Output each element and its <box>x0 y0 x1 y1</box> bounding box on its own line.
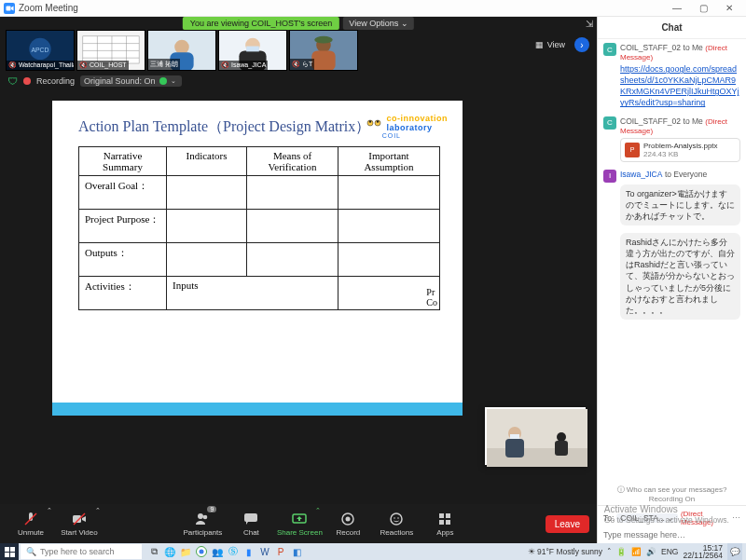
taskbar-pinned: ⧉ 🌐 📁 👥 Ⓢ ▮ W P ◧ <box>144 545 307 558</box>
recording-dot-icon <box>23 77 31 85</box>
apps-icon <box>437 512 452 526</box>
pptx-icon: P <box>625 143 640 157</box>
svg-point-39 <box>203 514 208 519</box>
powerpoint-icon[interactable]: P <box>274 545 287 558</box>
participant-tile[interactable]: 🔇 Isawa_JICA <box>218 30 287 71</box>
mic-muted-icon: 🔇 <box>221 61 229 68</box>
participant-tile[interactable]: 🔇 らT <box>289 30 358 71</box>
chat-link[interactable]: https://docs.google.com/spreadsheets/d/1… <box>620 64 739 107</box>
teams-icon[interactable]: 👥 <box>211 545 224 558</box>
record-button[interactable]: Record <box>325 505 371 542</box>
participant-tile[interactable]: 三浦 拓朗 <box>147 30 216 71</box>
info-icon: ⓘ <box>617 485 625 494</box>
chat-more-icon[interactable]: ⋯ <box>732 513 740 523</box>
participant-tile[interactable]: APCD 🔇 Watcharapol_Thailand <box>6 30 75 71</box>
chevron-down-icon: ⌄ <box>171 77 176 85</box>
coil-logo: co-innovation laboratory <box>365 114 449 132</box>
maximize-button[interactable]: ▢ <box>690 1 716 16</box>
grid-icon: ▦ <box>535 40 544 49</box>
apps-button[interactable]: Apps <box>421 505 468 542</box>
chevron-up-icon[interactable]: ⌃ <box>47 507 52 514</box>
shared-screen: Action Plan Template（Project Design Matr… <box>0 91 597 504</box>
tray-chevron-icon[interactable]: ˄ <box>607 547 612 556</box>
action-center-icon[interactable]: 💬 <box>727 543 742 560</box>
volume-icon[interactable]: 🔊 <box>646 547 656 556</box>
clock[interactable]: 15:17 22/11/2564 <box>683 544 723 560</box>
windows-logo-icon <box>5 547 15 557</box>
exit-fullscreen-icon[interactable]: ⇲ <box>586 19 593 29</box>
svg-rect-47 <box>439 513 444 518</box>
mic-muted-icon <box>23 512 38 526</box>
avatar: C <box>603 43 616 56</box>
view-options-dropdown[interactable]: View Options ⌄ <box>343 17 414 30</box>
minimize-button[interactable]: — <box>664 1 690 16</box>
window-title: Zoom Meeting <box>19 3 78 13</box>
share-screen-button[interactable]: ⌃ Share Screen <box>276 505 323 542</box>
chat-file-attachment[interactable]: P Problem-Analysis.pptx 224.43 KB <box>620 138 740 162</box>
taskbar: 🔍 Type here to search ⧉ 🌐 📁 👥 Ⓢ ▮ W P ◧ … <box>0 543 746 560</box>
search-icon: 🔍 <box>26 547 36 556</box>
gallery-next-button[interactable]: › <box>574 37 589 52</box>
chat-button[interactable]: Chat <box>228 505 274 542</box>
chat-message: I Isawa_JICA to Everyone To organizer>電話… <box>603 170 740 225</box>
chat-input[interactable] <box>603 526 740 540</box>
mic-muted-icon: 🔇 <box>292 61 300 67</box>
chrome-icon[interactable] <box>195 545 208 558</box>
chevron-up-icon[interactable]: ⌃ <box>95 507 101 514</box>
record-icon <box>340 512 355 526</box>
battery-icon[interactable]: 🔋 <box>616 547 627 556</box>
leave-button[interactable]: Leave <box>546 515 589 533</box>
avatar: I <box>603 170 616 183</box>
zoom-logo-icon <box>4 3 15 14</box>
chat-visibility-note[interactable]: ⓘ Who can see your messages? Recording O… <box>598 483 746 505</box>
start-video-button[interactable]: ⌃ Start Video <box>56 505 103 542</box>
coil-logo-icon <box>365 114 383 132</box>
screenshare-banner: You are viewing COIL_HOST's screen <box>183 17 339 30</box>
camera-off-icon <box>72 512 87 526</box>
svg-rect-19 <box>246 47 259 52</box>
zoom-window: Zoom Meeting — ▢ ✕ You are viewing COIL_… <box>0 0 746 543</box>
svg-rect-34 <box>555 441 568 456</box>
explorer-icon[interactable]: 📁 <box>179 545 192 558</box>
svg-rect-53 <box>5 553 9 557</box>
encryption-icon[interactable]: 🛡 <box>7 75 18 87</box>
weather-widget[interactable]: ☀ 91°F Mostly sunny <box>528 547 602 556</box>
svg-rect-51 <box>5 547 9 552</box>
participants-count: 9 <box>207 506 216 512</box>
taskbar-search[interactable]: 🔍 Type here to search <box>21 544 142 559</box>
svg-rect-6 <box>83 36 139 63</box>
mic-muted-icon: 🔇 <box>8 61 17 68</box>
active-speaker-pip[interactable] <box>485 407 586 465</box>
svg-point-45 <box>394 517 396 519</box>
skype-icon[interactable]: Ⓢ <box>227 545 240 558</box>
wifi-icon[interactable]: 📶 <box>631 547 642 556</box>
slide-footer-bar <box>52 403 463 416</box>
view-mode-button[interactable]: ▦ View › <box>535 37 589 52</box>
word-icon[interactable]: W <box>258 545 271 558</box>
chat-header: Chat <box>598 17 746 39</box>
participants-button[interactable]: 9 Participants <box>179 505 226 542</box>
reactions-button[interactable]: Reactions <box>373 505 420 542</box>
participant-tile[interactable]: 🔇 COIL_HOST <box>76 30 145 71</box>
app-icon[interactable]: ◧ <box>290 545 303 558</box>
chevron-up-icon[interactable]: ⌃ <box>315 507 321 514</box>
chat-messages[interactable]: C COIL_STAFF_02 to Me (Direct Message) h… <box>598 39 746 483</box>
close-button[interactable]: ✕ <box>716 1 742 16</box>
svg-rect-54 <box>10 553 15 557</box>
zoom-titlebar: Zoom Meeting — ▢ ✕ <box>0 0 746 17</box>
unmute-button[interactable]: ⌃ Unmute <box>7 505 54 542</box>
start-button[interactable] <box>0 543 19 560</box>
original-sound-toggle[interactable]: Original Sound: On ⌄ <box>80 75 182 87</box>
zoom-taskbar-icon[interactable]: ▮ <box>242 545 256 558</box>
svg-point-43 <box>346 516 351 521</box>
svg-rect-49 <box>439 520 444 525</box>
chat-icon <box>243 512 258 526</box>
svg-point-26 <box>368 120 370 122</box>
language-indicator[interactable]: ENG <box>661 547 678 556</box>
svg-rect-40 <box>244 513 257 522</box>
edge-icon[interactable]: 🌐 <box>163 545 176 558</box>
mic-muted-icon: 🔇 <box>79 61 88 68</box>
svg-point-44 <box>391 513 402 525</box>
recording-label: Recording <box>36 76 75 86</box>
task-view-icon[interactable]: ⧉ <box>147 545 160 558</box>
